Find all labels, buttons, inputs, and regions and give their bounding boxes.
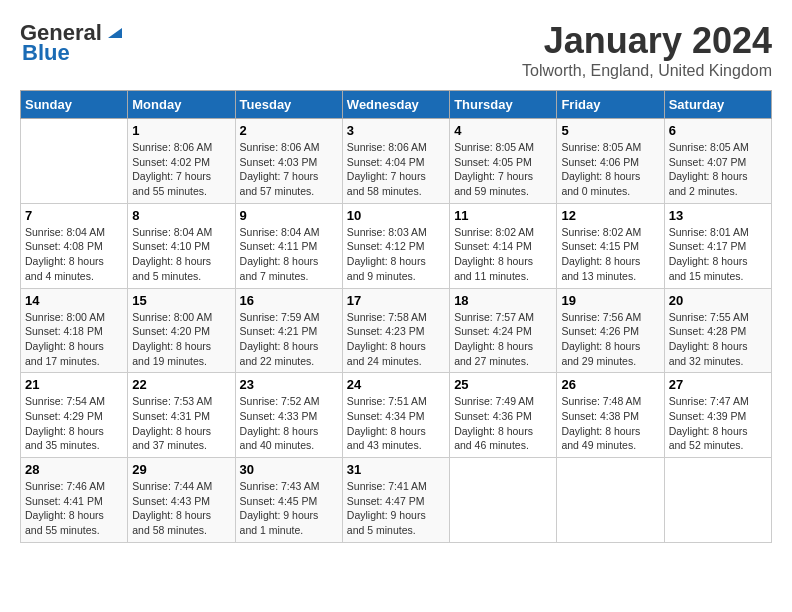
day-number: 5 bbox=[561, 123, 659, 138]
day-number: 15 bbox=[132, 293, 230, 308]
day-cell: 10 Sunrise: 8:03 AMSunset: 4:12 PMDaylig… bbox=[342, 203, 449, 288]
day-info: Sunrise: 7:48 AMSunset: 4:38 PMDaylight:… bbox=[561, 394, 659, 453]
col-thursday: Thursday bbox=[450, 91, 557, 119]
day-cell: 13 Sunrise: 8:01 AMSunset: 4:17 PMDaylig… bbox=[664, 203, 771, 288]
day-cell: 31 Sunrise: 7:41 AMSunset: 4:47 PMDaylig… bbox=[342, 458, 449, 543]
day-cell bbox=[450, 458, 557, 543]
day-number: 16 bbox=[240, 293, 338, 308]
day-number: 9 bbox=[240, 208, 338, 223]
day-cell: 14 Sunrise: 8:00 AMSunset: 4:18 PMDaylig… bbox=[21, 288, 128, 373]
day-cell: 19 Sunrise: 7:56 AMSunset: 4:26 PMDaylig… bbox=[557, 288, 664, 373]
day-info: Sunrise: 8:06 AMSunset: 4:04 PMDaylight:… bbox=[347, 140, 445, 199]
day-cell: 15 Sunrise: 8:00 AMSunset: 4:20 PMDaylig… bbox=[128, 288, 235, 373]
day-info: Sunrise: 7:49 AMSunset: 4:36 PMDaylight:… bbox=[454, 394, 552, 453]
col-saturday: Saturday bbox=[664, 91, 771, 119]
day-cell: 22 Sunrise: 7:53 AMSunset: 4:31 PMDaylig… bbox=[128, 373, 235, 458]
week-row-5: 28 Sunrise: 7:46 AMSunset: 4:41 PMDaylig… bbox=[21, 458, 772, 543]
logo-blue: Blue bbox=[22, 40, 70, 66]
day-info: Sunrise: 8:05 AMSunset: 4:07 PMDaylight:… bbox=[669, 140, 767, 199]
day-cell: 23 Sunrise: 7:52 AMSunset: 4:33 PMDaylig… bbox=[235, 373, 342, 458]
day-number: 13 bbox=[669, 208, 767, 223]
day-info: Sunrise: 8:04 AMSunset: 4:10 PMDaylight:… bbox=[132, 225, 230, 284]
col-sunday: Sunday bbox=[21, 91, 128, 119]
day-info: Sunrise: 8:00 AMSunset: 4:20 PMDaylight:… bbox=[132, 310, 230, 369]
day-cell: 6 Sunrise: 8:05 AMSunset: 4:07 PMDayligh… bbox=[664, 119, 771, 204]
day-cell: 29 Sunrise: 7:44 AMSunset: 4:43 PMDaylig… bbox=[128, 458, 235, 543]
day-info: Sunrise: 7:57 AMSunset: 4:24 PMDaylight:… bbox=[454, 310, 552, 369]
day-number: 23 bbox=[240, 377, 338, 392]
day-number: 22 bbox=[132, 377, 230, 392]
day-number: 14 bbox=[25, 293, 123, 308]
day-number: 12 bbox=[561, 208, 659, 223]
day-info: Sunrise: 8:05 AMSunset: 4:05 PMDaylight:… bbox=[454, 140, 552, 199]
day-info: Sunrise: 8:02 AMSunset: 4:14 PMDaylight:… bbox=[454, 225, 552, 284]
day-number: 4 bbox=[454, 123, 552, 138]
day-cell: 28 Sunrise: 7:46 AMSunset: 4:41 PMDaylig… bbox=[21, 458, 128, 543]
day-info: Sunrise: 8:05 AMSunset: 4:06 PMDaylight:… bbox=[561, 140, 659, 199]
week-row-3: 14 Sunrise: 8:00 AMSunset: 4:18 PMDaylig… bbox=[21, 288, 772, 373]
logo-icon bbox=[104, 20, 126, 42]
day-info: Sunrise: 8:02 AMSunset: 4:15 PMDaylight:… bbox=[561, 225, 659, 284]
logo: General Blue bbox=[20, 20, 126, 66]
day-info: Sunrise: 7:51 AMSunset: 4:34 PMDaylight:… bbox=[347, 394, 445, 453]
day-info: Sunrise: 8:06 AMSunset: 4:02 PMDaylight:… bbox=[132, 140, 230, 199]
day-cell: 1 Sunrise: 8:06 AMSunset: 4:02 PMDayligh… bbox=[128, 119, 235, 204]
day-number: 21 bbox=[25, 377, 123, 392]
day-info: Sunrise: 7:44 AMSunset: 4:43 PMDaylight:… bbox=[132, 479, 230, 538]
day-number: 25 bbox=[454, 377, 552, 392]
day-number: 30 bbox=[240, 462, 338, 477]
day-cell: 24 Sunrise: 7:51 AMSunset: 4:34 PMDaylig… bbox=[342, 373, 449, 458]
week-row-1: 1 Sunrise: 8:06 AMSunset: 4:02 PMDayligh… bbox=[21, 119, 772, 204]
day-cell: 17 Sunrise: 7:58 AMSunset: 4:23 PMDaylig… bbox=[342, 288, 449, 373]
svg-marker-0 bbox=[108, 28, 122, 38]
day-cell: 16 Sunrise: 7:59 AMSunset: 4:21 PMDaylig… bbox=[235, 288, 342, 373]
day-cell: 4 Sunrise: 8:05 AMSunset: 4:05 PMDayligh… bbox=[450, 119, 557, 204]
day-info: Sunrise: 7:46 AMSunset: 4:41 PMDaylight:… bbox=[25, 479, 123, 538]
header-row: Sunday Monday Tuesday Wednesday Thursday… bbox=[21, 91, 772, 119]
day-info: Sunrise: 7:43 AMSunset: 4:45 PMDaylight:… bbox=[240, 479, 338, 538]
day-number: 29 bbox=[132, 462, 230, 477]
day-number: 27 bbox=[669, 377, 767, 392]
day-number: 8 bbox=[132, 208, 230, 223]
day-number: 2 bbox=[240, 123, 338, 138]
day-info: Sunrise: 7:56 AMSunset: 4:26 PMDaylight:… bbox=[561, 310, 659, 369]
day-cell bbox=[557, 458, 664, 543]
day-info: Sunrise: 7:47 AMSunset: 4:39 PMDaylight:… bbox=[669, 394, 767, 453]
day-cell: 2 Sunrise: 8:06 AMSunset: 4:03 PMDayligh… bbox=[235, 119, 342, 204]
day-cell: 7 Sunrise: 8:04 AMSunset: 4:08 PMDayligh… bbox=[21, 203, 128, 288]
day-cell: 3 Sunrise: 8:06 AMSunset: 4:04 PMDayligh… bbox=[342, 119, 449, 204]
day-info: Sunrise: 7:54 AMSunset: 4:29 PMDaylight:… bbox=[25, 394, 123, 453]
day-info: Sunrise: 8:06 AMSunset: 4:03 PMDaylight:… bbox=[240, 140, 338, 199]
day-cell: 25 Sunrise: 7:49 AMSunset: 4:36 PMDaylig… bbox=[450, 373, 557, 458]
day-cell bbox=[664, 458, 771, 543]
day-number: 26 bbox=[561, 377, 659, 392]
day-number: 24 bbox=[347, 377, 445, 392]
day-cell: 5 Sunrise: 8:05 AMSunset: 4:06 PMDayligh… bbox=[557, 119, 664, 204]
day-number: 6 bbox=[669, 123, 767, 138]
day-info: Sunrise: 8:03 AMSunset: 4:12 PMDaylight:… bbox=[347, 225, 445, 284]
day-number: 11 bbox=[454, 208, 552, 223]
day-number: 10 bbox=[347, 208, 445, 223]
day-cell: 26 Sunrise: 7:48 AMSunset: 4:38 PMDaylig… bbox=[557, 373, 664, 458]
col-wednesday: Wednesday bbox=[342, 91, 449, 119]
day-info: Sunrise: 8:00 AMSunset: 4:18 PMDaylight:… bbox=[25, 310, 123, 369]
day-info: Sunrise: 7:41 AMSunset: 4:47 PMDaylight:… bbox=[347, 479, 445, 538]
day-info: Sunrise: 7:58 AMSunset: 4:23 PMDaylight:… bbox=[347, 310, 445, 369]
day-number: 20 bbox=[669, 293, 767, 308]
day-cell: 18 Sunrise: 7:57 AMSunset: 4:24 PMDaylig… bbox=[450, 288, 557, 373]
day-cell: 20 Sunrise: 7:55 AMSunset: 4:28 PMDaylig… bbox=[664, 288, 771, 373]
col-friday: Friday bbox=[557, 91, 664, 119]
day-number: 18 bbox=[454, 293, 552, 308]
day-info: Sunrise: 7:53 AMSunset: 4:31 PMDaylight:… bbox=[132, 394, 230, 453]
day-number: 19 bbox=[561, 293, 659, 308]
day-info: Sunrise: 8:04 AMSunset: 4:11 PMDaylight:… bbox=[240, 225, 338, 284]
day-cell: 9 Sunrise: 8:04 AMSunset: 4:11 PMDayligh… bbox=[235, 203, 342, 288]
week-row-4: 21 Sunrise: 7:54 AMSunset: 4:29 PMDaylig… bbox=[21, 373, 772, 458]
month-title: January 2024 bbox=[522, 20, 772, 62]
week-row-2: 7 Sunrise: 8:04 AMSunset: 4:08 PMDayligh… bbox=[21, 203, 772, 288]
day-info: Sunrise: 8:04 AMSunset: 4:08 PMDaylight:… bbox=[25, 225, 123, 284]
day-info: Sunrise: 7:59 AMSunset: 4:21 PMDaylight:… bbox=[240, 310, 338, 369]
day-cell bbox=[21, 119, 128, 204]
title-area: January 2024 Tolworth, England, United K… bbox=[522, 20, 772, 80]
day-info: Sunrise: 7:52 AMSunset: 4:33 PMDaylight:… bbox=[240, 394, 338, 453]
